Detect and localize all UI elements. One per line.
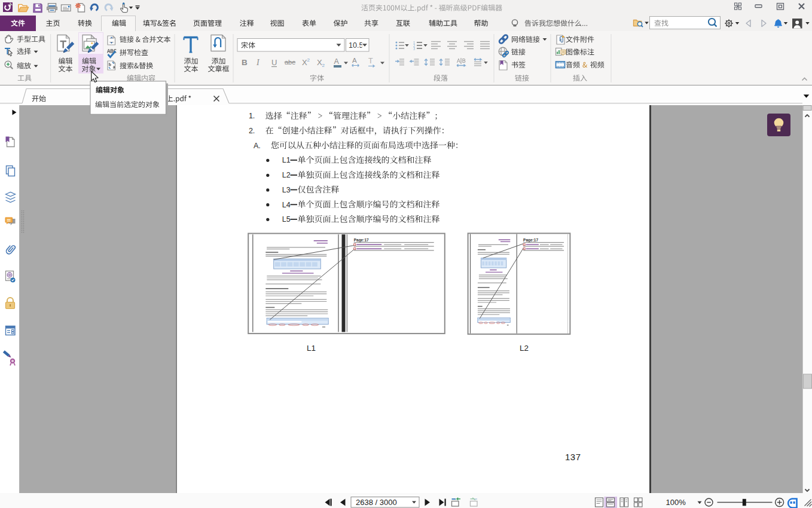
svg-text:U: U [271,58,277,67]
svg-text:Page:17: Page:17 [354,238,369,243]
svg-text:Page:17: Page:17 [523,238,538,243]
svg-text:2: 2 [307,57,310,63]
svg-text:A: A [334,57,340,66]
svg-text:L2: L2 [282,171,291,179]
svg-text:T: T [368,57,373,65]
svg-text:L4: L4 [282,201,291,209]
svg-text:A.: A. [254,142,261,150]
svg-text:2.: 2. [249,127,255,135]
svg-text:L1: L1 [282,156,291,164]
svg-text:L3: L3 [282,186,291,194]
svg-text:A: A [352,57,357,64]
svg-text:I: I [256,58,260,67]
svg-text:1.: 1. [249,112,255,120]
svg-text:B: B [242,58,248,67]
svg-text:100%: 100% [666,498,686,507]
svg-text:L2: L2 [520,344,529,353]
svg-text:2: 2 [322,63,325,68]
svg-text:10.5: 10.5 [349,41,363,50]
svg-text:137: 137 [565,452,581,462]
svg-text:L5: L5 [282,215,291,224]
svg-text:L1: L1 [307,344,316,353]
svg-text:2638 / 3000: 2638 / 3000 [356,498,397,507]
